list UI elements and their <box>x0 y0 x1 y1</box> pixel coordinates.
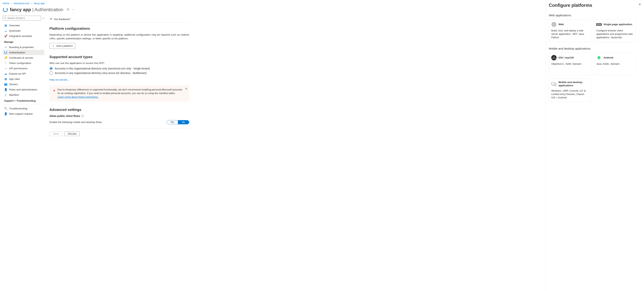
sidebar-item-label: Roles and administrators <box>9 88 37 91</box>
sidebar-item-api-permissions[interactable]: ⊸ API permissions <box>3 66 44 71</box>
sidebar-item-troubleshooting[interactable]: 🔧 Troubleshooting <box>3 106 44 111</box>
manifest-icon: ▯ <box>4 93 7 96</box>
card-desc: Configure browser client applications an… <box>596 29 634 39</box>
info-icon[interactable]: i <box>82 115 84 117</box>
discard-button[interactable]: Discard <box>64 131 80 136</box>
warning-banner: ▲ Due to temporary differences in suppor… <box>50 85 189 102</box>
sidebar-item-label: Troubleshooting <box>9 107 27 110</box>
more-icon[interactable]: ⋯ <box>72 8 74 11</box>
sidebar-item-label: Quickstart <box>9 29 21 32</box>
branding-icon: ▭ <box>4 46 7 49</box>
chevron-right-icon: › <box>11 2 12 5</box>
card-title: iOS / macOS <box>558 56 574 60</box>
nav-section-support: Support + Troubleshooting <box>3 98 44 103</box>
sidebar-item-authentication[interactable]: Authentication <box>3 50 44 55</box>
sidebar-item-owners[interactable]: 👥 Owners <box>3 82 44 87</box>
ios-icon: iOSmacOS <box>551 55 556 60</box>
main-content: Got feedback? Platform configurations De… <box>46 16 193 291</box>
page-header: fancy app | Authentication ⋯ <box>0 6 546 16</box>
svg-rect-12 <box>598 57 600 59</box>
www-icon: WWW <box>596 22 602 27</box>
advanced-settings-title: Advanced settings <box>50 108 189 112</box>
sidebar-item-label: Overview <box>9 24 20 27</box>
plus-icon: ＋ <box>52 44 55 48</box>
card-title: Mobile and desktop applications <box>558 81 588 87</box>
toggle-no: No <box>178 120 189 124</box>
breadcrumb-home[interactable]: Home <box>3 2 9 5</box>
configure-platforms-panel: Configure platforms ✕ Web applications W… <box>546 0 644 291</box>
card-title: Single-page application <box>604 23 632 26</box>
warning-learn-more-link[interactable]: Learn more about these restrictions. <box>58 96 98 98</box>
warning-text: Due to temporary differences in supporte… <box>58 88 182 99</box>
platform-card-spa[interactable]: WWW Single-page application Configure br… <box>594 19 636 42</box>
sidebar-item-label: Expose an API <box>9 72 26 75</box>
app-logo-icon <box>3 7 8 12</box>
sidebar-item-label: Integration assistant <box>9 34 32 38</box>
sidebar-item-label: Authentication <box>9 51 25 54</box>
sidebar-item-label: Certificates & secrets <box>9 56 33 59</box>
nav-section-manage: Manage <box>3 38 44 44</box>
sidebar-item-label: Owners <box>9 83 18 86</box>
overview-icon: ▦ <box>4 24 7 27</box>
radio-label: Accounts in this organizational director… <box>55 67 150 70</box>
roles-admins-icon: 👤 <box>4 88 7 91</box>
platform-card-ios[interactable]: iOSmacOS iOS / macOS Objective-C, Swift,… <box>549 52 591 75</box>
sidebar-item-certificates[interactable]: 🔑 Certificates & secrets <box>3 55 44 60</box>
account-types-title: Supported account types <box>50 55 189 59</box>
breadcrumb-app[interactable]: fancy app <box>34 2 44 5</box>
svg-line-3 <box>6 18 6 19</box>
pin-icon[interactable] <box>66 8 69 11</box>
sidebar-item-roles-admins[interactable]: 👤 Roles and administrators <box>3 87 44 92</box>
enable-flows-desc: Enable the following mobile and desktop … <box>50 121 102 124</box>
expose-api-icon: ☁ <box>4 72 7 75</box>
platform-card-web[interactable]: Web Build, host, and deploy a web server… <box>549 19 591 42</box>
sidebar-item-branding[interactable]: ▭ Branding & properties <box>3 44 44 50</box>
sidebar-item-quickstart[interactable]: ☁ Quickstart <box>3 28 44 33</box>
platform-card-android[interactable]: Android Java, Kotlin, Xamarin <box>594 52 636 75</box>
allow-public-client-label: Allow public client flows i <box>50 114 189 118</box>
search-input[interactable] <box>8 17 40 20</box>
token-icon: ⦙⦙ <box>4 62 7 64</box>
platform-config-desc: Depending on the platform or device this… <box>50 33 189 40</box>
svg-rect-17 <box>598 59 598 60</box>
sidebar-item-app-roles[interactable]: ▦ App roles <box>3 76 44 82</box>
sidebar-item-label: Token configuration <box>9 62 31 64</box>
sidebar-item-label: Manifest <box>9 94 19 96</box>
breadcrumb-org[interactable]: owncloud.com <box>14 2 29 5</box>
public-client-toggle[interactable]: Yes No <box>166 120 189 124</box>
account-types-question: Who can use this application or access t… <box>50 62 189 64</box>
chevron-right-icon: › <box>31 2 32 5</box>
web-applications-label: Web applications <box>549 14 641 17</box>
sidebar-item-label: Branding & properties <box>9 46 34 49</box>
sidebar-item-token[interactable]: ⦙⦙ Token configuration <box>3 60 44 66</box>
breadcrumb: Home › owncloud.com › fancy app <box>0 0 546 6</box>
sidebar-item-overview[interactable]: ▦ Overview <box>3 23 44 28</box>
svg-point-13 <box>598 56 599 57</box>
radio-multitenant[interactable]: Accounts in any organizational directory… <box>50 71 189 75</box>
add-platform-label: Add a platform <box>56 44 73 47</box>
platform-card-desktop[interactable]: Mobile and desktop applications Windows,… <box>549 78 591 102</box>
sidebar-item-new-request[interactable]: 👤 New support request <box>3 111 44 116</box>
radio-single-tenant[interactable]: Accounts in this organizational director… <box>50 67 189 70</box>
feedback-label: Got feedback? <box>54 18 70 20</box>
card-desc: Java, Kotlin, Xamarin <box>596 62 634 66</box>
svg-point-0 <box>3 7 8 12</box>
search-box[interactable] <box>3 16 41 20</box>
collapse-sidebar-icon[interactable]: « <box>43 17 44 20</box>
help-decide-link[interactable]: Help me decide... <box>50 78 69 81</box>
sidebar-item-integration[interactable]: 🚀 Integration assistant <box>3 33 44 38</box>
close-icon[interactable]: ✕ <box>185 87 187 91</box>
svg-point-14 <box>599 56 600 57</box>
sidebar-item-manifest[interactable]: ▯ Manifest <box>3 92 44 98</box>
save-button[interactable]: Save <box>50 131 63 136</box>
feedback-bar[interactable]: Got feedback? <box>50 16 189 23</box>
quickstart-icon: ☁ <box>4 29 7 32</box>
radio-icon <box>50 71 53 75</box>
close-icon[interactable]: ✕ <box>638 3 641 6</box>
troubleshooting-icon: 🔧 <box>4 107 7 110</box>
feedback-icon <box>50 18 52 20</box>
sidebar-item-expose-api[interactable]: ☁ Expose an API <box>3 71 44 76</box>
add-platform-button[interactable]: ＋ Add a platform <box>50 43 75 49</box>
radio-icon <box>50 67 53 70</box>
card-title: Web <box>558 23 564 26</box>
